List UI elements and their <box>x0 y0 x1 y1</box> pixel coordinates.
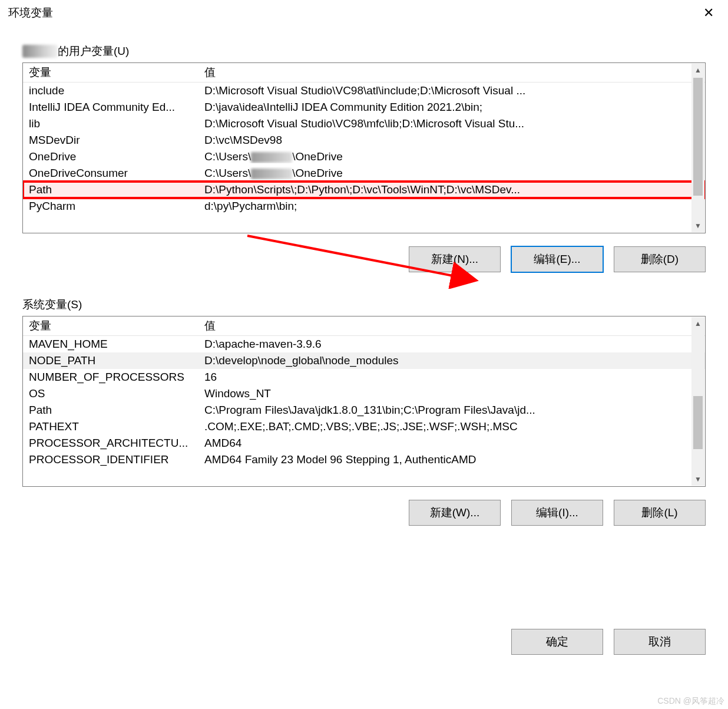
variable-name: NODE_PATH <box>29 354 204 367</box>
variable-value: D:\develop\node_global\node_modules <box>204 354 699 367</box>
variable-value: .COM;.EXE;.BAT;.CMD;.VBS;.VBE;.JS;.JSE;.… <box>204 420 699 433</box>
user-delete-button[interactable]: 删除(D) <box>614 246 706 272</box>
variable-value: Windows_NT <box>204 387 699 400</box>
watermark: CSDN @风筝超冷 <box>657 696 724 707</box>
system-scrollbar[interactable]: ▲ ▼ <box>691 317 704 486</box>
scroll-down-icon[interactable]: ▼ <box>691 473 704 486</box>
table-row[interactable]: OneDriveC:\Users\\OneDrive <box>23 149 705 165</box>
user-new-button[interactable]: 新建(N)... <box>409 246 501 272</box>
variable-name: Path <box>29 404 204 417</box>
system-new-button[interactable]: 新建(W)... <box>409 500 501 526</box>
table-row[interactable]: IntelliJ IDEA Community Ed...D:\java\ide… <box>23 99 705 116</box>
user-list-body[interactable]: includeD:\Microsoft Visual Studio\VC98\a… <box>23 83 705 233</box>
user-section-label: 的用户变量(U) <box>22 44 706 59</box>
variable-name: MAVEN_HOME <box>29 338 204 351</box>
redacted-username <box>22 45 58 58</box>
scroll-thumb[interactable] <box>693 78 703 196</box>
variable-name: lib <box>29 117 204 130</box>
variable-name: PyCharm <box>29 200 204 213</box>
variable-name: NUMBER_OF_PROCESSORS <box>29 371 204 384</box>
variable-value: C:\Users\\OneDrive <box>204 167 699 180</box>
variable-name: OneDrive <box>29 150 204 163</box>
variable-value: D:\Python\Scripts\;D:\Python\;D:\vc\Tool… <box>204 183 699 196</box>
variable-value: D:\Microsoft Visual Studio\VC98\mfc\lib;… <box>204 117 699 130</box>
table-row[interactable]: PathC:\Program Files\Java\jdk1.8.0_131\b… <box>23 402 705 418</box>
variable-name: MSDevDir <box>29 134 204 147</box>
variable-value: AMD64 <box>204 437 699 450</box>
scroll-up-icon[interactable]: ▲ <box>691 317 704 330</box>
close-icon[interactable]: ✕ <box>697 3 720 23</box>
variable-value: 16 <box>204 371 699 384</box>
user-variables-section: 的用户变量(U) 变量 值 includeD:\Microsoft Visual… <box>0 26 728 272</box>
table-row[interactable]: NODE_PATHD:\develop\node_global\node_mod… <box>23 352 705 369</box>
header-variable[interactable]: 变量 <box>29 318 204 334</box>
table-row[interactable]: MAVEN_HOMED:\apache-maven-3.9.6 <box>23 336 705 352</box>
variable-value: D:\java\idea\IntelliJ IDEA Community Edi… <box>204 101 699 114</box>
variable-value: d:\py\Pycharm\bin; <box>204 200 699 213</box>
title-bar: 环境变量 ✕ <box>0 0 728 26</box>
system-delete-button[interactable]: 删除(L) <box>614 500 706 526</box>
variable-name: OS <box>29 387 204 400</box>
variable-name: PROCESSOR_ARCHITECTU... <box>29 437 204 450</box>
table-row[interactable]: includeD:\Microsoft Visual Studio\VC98\a… <box>23 83 705 99</box>
user-scrollbar[interactable]: ▲ ▼ <box>691 64 704 232</box>
table-row[interactable]: libD:\Microsoft Visual Studio\VC98\mfc\l… <box>23 116 705 132</box>
table-row[interactable]: PyCharmd:\py\Pycharm\bin; <box>23 198 705 215</box>
dialog-button-row: 确定 取消 <box>511 629 706 655</box>
variable-value: AMD64 Family 23 Model 96 Stepping 1, Aut… <box>204 453 699 466</box>
user-list-header[interactable]: 变量 值 <box>23 63 705 83</box>
table-row[interactable]: PROCESSOR_ARCHITECTU...AMD64 <box>23 435 705 451</box>
user-button-row: 新建(N)... 编辑(E)... 删除(D) <box>22 246 706 272</box>
table-row[interactable]: PATHEXT.COM;.EXE;.BAT;.CMD;.VBS;.VBE;.JS… <box>23 418 705 435</box>
variable-name: PATHEXT <box>29 420 204 433</box>
variable-name: Path <box>29 183 204 196</box>
window-title: 环境变量 <box>8 5 53 21</box>
variable-value: C:\Program Files\Java\jdk1.8.0_131\bin;C… <box>204 404 699 417</box>
table-row[interactable]: MSDevDirD:\vc\MSDev98 <box>23 132 705 149</box>
table-row[interactable]: PROCESSOR_IDENTIFIERAMD64 Family 23 Mode… <box>23 451 705 468</box>
variable-value: D:\apache-maven-3.9.6 <box>204 338 699 351</box>
redacted-text <box>251 152 292 163</box>
header-value[interactable]: 值 <box>204 318 699 334</box>
variable-name: IntelliJ IDEA Community Ed... <box>29 101 204 114</box>
variable-value: D:\vc\MSDev98 <box>204 134 699 147</box>
table-row[interactable]: PathD:\Python\Scripts\;D:\Python\;D:\vc\… <box>23 182 705 198</box>
system-button-row: 新建(W)... 编辑(I)... 删除(L) <box>22 500 706 526</box>
variable-value: D:\Microsoft Visual Studio\VC98\atl\incl… <box>204 84 699 97</box>
user-variables-listbox[interactable]: 变量 值 includeD:\Microsoft Visual Studio\V… <box>22 62 706 233</box>
redacted-text <box>251 169 292 179</box>
scroll-thumb[interactable] <box>693 396 703 449</box>
ok-button[interactable]: 确定 <box>511 629 603 655</box>
system-list-header[interactable]: 变量 值 <box>23 316 705 336</box>
system-variables-section: 系统变量(S) 变量 值 MAVEN_HOMED:\apache-maven-3… <box>0 272 728 526</box>
system-section-label: 系统变量(S) <box>22 297 706 312</box>
system-variables-listbox[interactable]: 变量 值 MAVEN_HOMED:\apache-maven-3.9.6NODE… <box>22 316 706 487</box>
user-edit-button[interactable]: 编辑(E)... <box>511 246 603 272</box>
system-edit-button[interactable]: 编辑(I)... <box>511 500 603 526</box>
variable-name: OneDriveConsumer <box>29 167 204 180</box>
variable-name: include <box>29 84 204 97</box>
table-row[interactable]: OSWindows_NT <box>23 385 705 402</box>
cancel-button[interactable]: 取消 <box>614 629 706 655</box>
system-list-body[interactable]: MAVEN_HOMED:\apache-maven-3.9.6NODE_PATH… <box>23 336 705 486</box>
user-section-label-text: 的用户变量(U) <box>58 44 129 59</box>
table-row[interactable]: OneDriveConsumerC:\Users\\OneDrive <box>23 165 705 182</box>
variable-value: C:\Users\\OneDrive <box>204 150 699 163</box>
header-value[interactable]: 值 <box>204 65 699 80</box>
scroll-up-icon[interactable]: ▲ <box>691 64 704 77</box>
variable-name: PROCESSOR_IDENTIFIER <box>29 453 204 466</box>
table-row[interactable]: NUMBER_OF_PROCESSORS16 <box>23 369 705 385</box>
header-variable[interactable]: 变量 <box>29 65 204 80</box>
scroll-down-icon[interactable]: ▼ <box>691 219 704 232</box>
